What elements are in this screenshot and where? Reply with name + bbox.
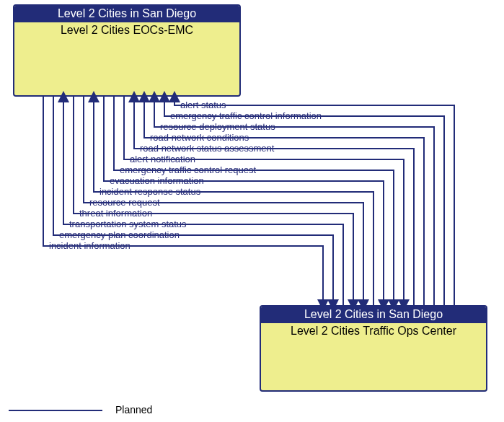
legend-label: Planned bbox=[115, 404, 152, 416]
flow-label: resource deployment status bbox=[160, 121, 275, 132]
node-eocs-emc-header: Level 2 Cities in San Diego bbox=[14, 6, 239, 22]
flow-label: alert status bbox=[180, 100, 226, 110]
flow-label: emergency traffic control information bbox=[170, 110, 322, 121]
flow-label: emergency plan coordination bbox=[59, 229, 180, 240]
flow-label: emergency traffic control request bbox=[120, 164, 256, 175]
node-eocs-emc-sub: Level 2 Cities EOCs-EMC bbox=[14, 22, 239, 38]
node-traffic-ops-sub: Level 2 Cities Traffic Ops Center bbox=[261, 323, 486, 339]
flow-label: transportation system status bbox=[69, 219, 187, 229]
node-eocs-emc: Level 2 Cities in San Diego Level 2 Citi… bbox=[13, 4, 241, 97]
flow-label: road network conditions bbox=[150, 132, 249, 143]
node-traffic-ops: Level 2 Cities in San Diego Level 2 Citi… bbox=[260, 305, 487, 392]
flow-label: resource request bbox=[89, 197, 160, 208]
node-traffic-ops-header: Level 2 Cities in San Diego bbox=[261, 307, 486, 323]
legend-line bbox=[9, 410, 102, 411]
flow-label: threat information bbox=[79, 208, 152, 219]
flow-label: evacuation information bbox=[110, 175, 204, 186]
flow-label: incident response status bbox=[100, 186, 200, 197]
flow-label: alert notification bbox=[130, 154, 195, 164]
diagram-stage: Level 2 Cities in San Diego Level 2 Citi… bbox=[0, 0, 504, 422]
flow-label: incident information bbox=[49, 240, 131, 251]
flow-label: road network status assessment bbox=[140, 143, 274, 154]
